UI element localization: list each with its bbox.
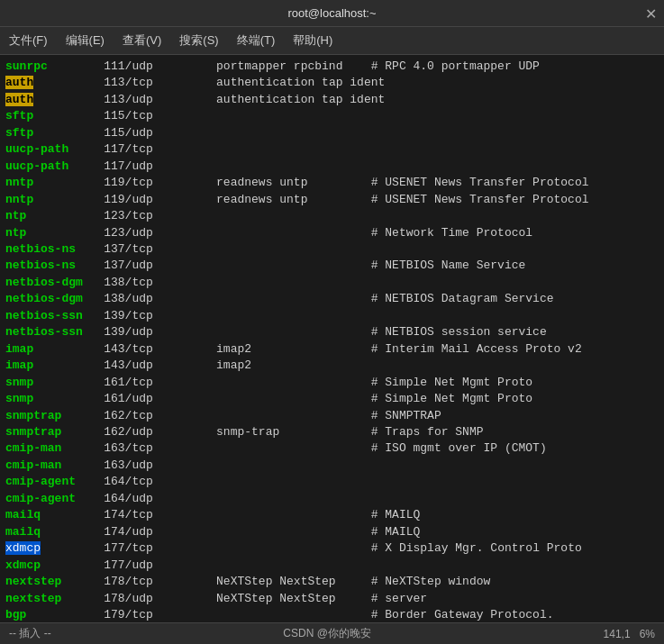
- service-alias: [216, 141, 371, 158]
- terminal-body[interactable]: sunrpc 111/udp portmapper rpcbind # RPC …: [0, 55, 664, 621]
- table-row: nextstep 178/tcp NeXTStep NextStep # NeX…: [5, 574, 659, 590]
- service-alias: [216, 458, 371, 474]
- service-alias: [216, 258, 371, 274]
- table-row: auth 113/udp authentication tap ident: [5, 92, 659, 108]
- service-comment: # NETBIOS session service: [371, 324, 547, 340]
- port-number: 161/tcp: [104, 375, 216, 391]
- table-row: cmip-agent 164/udp: [5, 491, 659, 507]
- service-comment: # Simple Net Mgmt Proto: [371, 391, 532, 407]
- table-row: snmp 161/udp # Simple Net Mgmt Proto: [5, 391, 659, 407]
- port-number: 111/udp: [104, 59, 216, 75]
- service-comment: # Interim Mail Access Proto v2: [371, 341, 582, 358]
- service-name: cmip-man: [5, 440, 104, 457]
- port-number: 123/udp: [104, 225, 216, 241]
- table-row: imap 143/udp imap2: [5, 358, 659, 374]
- service-name: cmip-agent: [5, 491, 104, 507]
- table-row: snmptrap 162/udp snmp-trap # Traps for S…: [5, 424, 659, 440]
- table-row: uucp-path 117/udp: [5, 159, 659, 175]
- service-name: snmptrap: [5, 424, 104, 440]
- port-number: 117/tcp: [104, 141, 216, 158]
- service-alias: [216, 125, 371, 141]
- service-name: mailq: [5, 507, 104, 523]
- menu-edit[interactable]: 编辑(E): [57, 31, 114, 50]
- menu-terminal[interactable]: 终端(T): [228, 31, 285, 50]
- service-name: sunrpc: [5, 59, 104, 75]
- service-comment: # Network Time Protocol: [371, 225, 532, 241]
- port-number: 138/udp: [104, 291, 216, 307]
- port-number: 115/tcp: [104, 108, 216, 124]
- table-row: sftp 115/tcp: [5, 108, 659, 124]
- port-number: 179/tcp: [104, 607, 216, 621]
- table-row: auth 113/tcp authentication tap ident: [5, 75, 659, 91]
- port-number: 139/tcp: [104, 308, 216, 324]
- service-name: imap: [5, 341, 104, 358]
- service-comment: # NeXTStep window: [371, 574, 491, 590]
- port-number: 162/udp: [104, 424, 216, 440]
- service-name: snmptrap: [5, 408, 104, 424]
- table-row: nntp 119/udp readnews untp # USENET News…: [5, 192, 659, 208]
- service-alias: [216, 225, 371, 241]
- service-name: nextstep: [5, 574, 104, 590]
- table-row: cmip-man 163/udp: [5, 458, 659, 474]
- service-name: uucp-path: [5, 159, 104, 175]
- table-row: netbios-ssn 139/udp # NETBIOS session se…: [5, 324, 659, 340]
- service-alias: [216, 474, 371, 490]
- service-comment: # X Display Mgr. Control Proto: [371, 540, 582, 557]
- menu-file[interactable]: 文件(F): [0, 31, 57, 50]
- watermark: CSDN @你的晚安: [283, 626, 371, 641]
- port-number: 138/tcp: [104, 275, 216, 291]
- service-comment: # USENET News Transfer Protocol: [371, 192, 589, 208]
- service-name: mailq: [5, 524, 104, 540]
- menu-search[interactable]: 搜索(S): [170, 31, 227, 50]
- port-number: 137/tcp: [104, 241, 216, 258]
- service-comment: # Border Gateway Protocol.: [371, 607, 554, 621]
- service-alias: [216, 507, 371, 523]
- port-number: 163/tcp: [104, 440, 216, 457]
- service-comment: # Traps for SNMP: [371, 424, 484, 440]
- service-name: netbios-dgm: [5, 291, 104, 307]
- service-comment: # NETBIOS Name Service: [371, 258, 526, 274]
- table-row: xdmcp 177/udp: [5, 558, 659, 574]
- close-button[interactable]: ✕: [645, 5, 657, 22]
- service-name: netbios-ns: [5, 258, 104, 274]
- service-comment: # NETBIOS Datagram Service: [371, 291, 554, 307]
- service-comment: # USENET News Transfer Protocol: [371, 175, 589, 191]
- service-alias: [216, 408, 371, 424]
- port-number: 164/tcp: [104, 474, 216, 490]
- service-alias: [216, 159, 371, 175]
- service-comment: # RPC 4.0 portmapper UDP: [371, 59, 540, 75]
- port-number: 117/udp: [104, 159, 216, 175]
- service-alias: imap2: [216, 341, 371, 358]
- table-row: mailq 174/tcp # MAILQ: [5, 507, 659, 523]
- service-alias: [216, 308, 371, 324]
- service-alias: readnews untp: [216, 175, 371, 191]
- service-alias: imap2: [216, 358, 371, 374]
- service-alias: [216, 208, 371, 224]
- port-number: 178/udp: [104, 591, 216, 607]
- service-alias: [216, 524, 371, 540]
- status-bar: -- 插入 -- CSDN @你的晚安 141,1 6%: [0, 622, 664, 644]
- service-name: netbios-ssn: [5, 324, 104, 340]
- service-alias: readnews untp: [216, 192, 371, 208]
- port-number: 113/udp: [104, 92, 216, 108]
- table-row: bgp 179/tcp # Border Gateway Protocol.: [5, 607, 659, 621]
- port-number: 139/udp: [104, 324, 216, 340]
- service-name: nntp: [5, 175, 104, 191]
- service-alias: [216, 375, 371, 391]
- service-alias: NeXTStep NextStep: [216, 574, 371, 590]
- service-name: xdmcp: [5, 558, 104, 574]
- table-row: cmip-agent 164/tcp: [5, 474, 659, 490]
- service-name: sftp: [5, 108, 104, 124]
- service-alias: [216, 291, 371, 307]
- service-name: netbios-dgm: [5, 275, 104, 291]
- table-row: nntp 119/tcp readnews untp # USENET News…: [5, 175, 659, 191]
- service-name: netbios-ssn: [5, 308, 104, 324]
- port-number: 174/tcp: [104, 507, 216, 523]
- port-number: 137/udp: [104, 258, 216, 274]
- service-name: uucp-path: [5, 141, 104, 158]
- menu-view[interactable]: 查看(V): [114, 31, 170, 50]
- service-name: netbios-ns: [5, 241, 104, 258]
- service-name: imap: [5, 358, 104, 374]
- service-alias: authentication tap ident: [216, 92, 385, 108]
- menu-help[interactable]: 帮助(H): [284, 31, 341, 50]
